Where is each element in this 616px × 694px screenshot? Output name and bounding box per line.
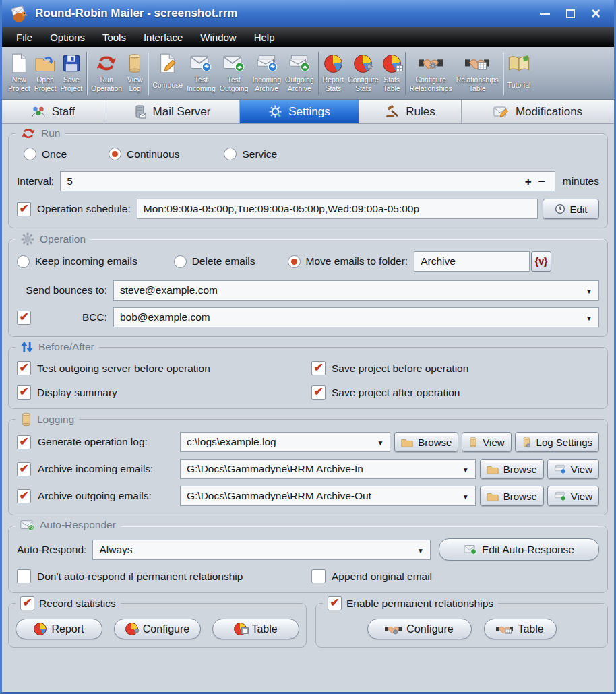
archive-out-path-combobox[interactable]: G:\Docs\Gammadyne\RRM Archive-Out	[180, 486, 476, 506]
display-summary-checkbox-item[interactable]: Display summary	[17, 385, 311, 400]
operation-schedule-checkbox[interactable]	[17, 202, 31, 216]
configure-stats-button[interactable]: Configure Stats	[346, 50, 381, 94]
radio-once[interactable]: Once	[24, 148, 67, 160]
menu-tools[interactable]: Tools	[95, 30, 133, 45]
variables-button[interactable]: {v}	[531, 251, 551, 272]
schedule-field[interactable]	[137, 199, 538, 219]
clock-icon	[555, 203, 565, 214]
schedule-input[interactable]	[144, 199, 531, 218]
tab-rules[interactable]: Rules	[359, 100, 462, 123]
configure-relationships-button[interactable]: Configure Relationships	[408, 50, 454, 94]
archive-incoming-checkbox[interactable]	[17, 462, 31, 476]
interval-input[interactable]	[67, 172, 522, 191]
move-folder-input[interactable]	[421, 252, 523, 271]
stats-table-button-bottom[interactable]: Table	[212, 619, 299, 639]
archive-in-browse-button[interactable]: Browse	[480, 459, 544, 479]
view-log-button[interactable]: View Log	[124, 50, 146, 94]
radio-continuous[interactable]: Continuous	[109, 148, 179, 160]
test-incoming-button[interactable]: Test Incoming	[185, 50, 218, 94]
incoming-archive-button[interactable]: Incoming Archive	[250, 50, 283, 94]
tab-modifications[interactable]: Modifications	[462, 100, 614, 123]
tab-mail-server[interactable]: Mail Server	[104, 100, 240, 123]
menu-file[interactable]: File	[9, 30, 40, 45]
checkbox[interactable]	[311, 569, 326, 583]
enable-relationships-checkbox[interactable]	[328, 596, 342, 610]
radio-keep-incoming[interactable]: Keep incoming emails	[17, 255, 137, 268]
dropdown-arrow-icon[interactable]	[580, 311, 592, 323]
checkbox[interactable]	[311, 361, 326, 375]
radio-circle[interactable]	[174, 255, 187, 268]
generate-log-checkbox[interactable]	[17, 435, 31, 449]
archive-outgoing-label: Archive outgoing emails:	[38, 490, 152, 502]
dropdown-arrow-icon[interactable]	[457, 490, 469, 502]
close-button[interactable]: ×	[591, 8, 600, 19]
record-statistics-checkbox[interactable]	[20, 596, 34, 610]
radio-move-emails[interactable]: Move emails to folder:	[288, 255, 408, 268]
menu-interface[interactable]: Interface	[136, 30, 190, 45]
radio-circle[interactable]	[24, 148, 36, 160]
schedule-edit-button[interactable]: Edit	[543, 199, 599, 219]
save-before-checkbox-item[interactable]: Save project before operation	[311, 361, 599, 375]
radio-service[interactable]: Service	[224, 148, 277, 160]
log-settings-button[interactable]: Log Settings	[515, 432, 599, 452]
stats-table-button[interactable]: Stats Table	[381, 50, 403, 94]
bcc-combobox[interactable]: bob@example.com	[113, 307, 599, 327]
compose-button[interactable]: Compose	[150, 50, 185, 91]
stats-configure-button[interactable]: Configure	[114, 619, 201, 639]
relationships-table-button-bottom[interactable]: Table	[484, 619, 557, 639]
move-folder-field[interactable]	[414, 251, 530, 272]
auto-respond-envelope-icon	[20, 519, 35, 531]
log-path-combobox[interactable]: c:\logs\example.log	[180, 432, 390, 452]
stats-report-button[interactable]: Report	[16, 619, 102, 639]
bcc-checkbox[interactable]	[17, 311, 31, 325]
test-outgoing-button[interactable]: Test Outgoing	[218, 50, 251, 94]
menu-options[interactable]: Options	[42, 30, 92, 45]
radio-delete-emails[interactable]: Delete emails	[174, 255, 255, 268]
test-outgoing-before-checkbox-item[interactable]: Test outgoing server before operation	[17, 361, 311, 375]
dropdown-arrow-icon[interactable]	[580, 284, 592, 296]
interval-decrement-button[interactable]: −	[535, 176, 549, 187]
log-view-button[interactable]: View	[462, 432, 511, 452]
relationships-table-button[interactable]: Relationships Table	[454, 50, 501, 94]
radio-circle[interactable]	[224, 148, 237, 160]
archive-out-view-button[interactable]: View	[547, 486, 599, 506]
save-project-button[interactable]: Save Project	[58, 50, 84, 94]
checkbox[interactable]	[17, 385, 31, 400]
outgoing-archive-button[interactable]: Outgoing Archive	[283, 50, 316, 94]
send-bounces-combobox[interactable]: steve@example.com	[113, 280, 599, 301]
interval-increment-button[interactable]: +	[522, 176, 535, 187]
log-browse-button[interactable]: Browse	[394, 432, 458, 452]
tab-staff[interactable]: Staff	[2, 100, 104, 123]
edit-auto-response-button[interactable]: Edit Auto-Response	[439, 538, 599, 561]
interval-field[interactable]: + −	[60, 171, 555, 191]
radio-circle[interactable]	[17, 255, 30, 268]
checkbox[interactable]	[17, 361, 31, 375]
radio-circle[interactable]	[288, 255, 301, 268]
relationships-configure-button[interactable]: Configure	[367, 619, 472, 639]
new-project-button[interactable]: New Project	[6, 50, 32, 94]
radio-circle[interactable]	[109, 148, 121, 160]
save-after-checkbox-item[interactable]: Save project after operation	[311, 385, 599, 400]
archive-in-view-button[interactable]: View	[547, 459, 599, 479]
report-stats-button[interactable]: Report Stats	[321, 50, 346, 94]
tutorial-button[interactable]: Tutorial	[505, 50, 533, 91]
checkbox[interactable]	[17, 569, 31, 583]
folder-icon	[401, 437, 413, 447]
archive-outgoing-checkbox[interactable]	[17, 489, 31, 503]
dropdown-arrow-icon[interactable]	[371, 436, 383, 448]
menu-help[interactable]: Help	[247, 30, 282, 45]
dropdown-arrow-icon[interactable]	[412, 544, 424, 556]
dont-auto-respond-checkbox-item[interactable]: Don't auto-respond if permanent relation…	[17, 569, 311, 583]
archive-out-browse-button[interactable]: Browse	[480, 486, 544, 506]
checkbox[interactable]	[311, 385, 326, 400]
maximize-button[interactable]	[566, 9, 575, 18]
archive-in-path-combobox[interactable]: G:\Docs\Gammadyne\RRM Archive-In	[180, 459, 476, 479]
minimize-button[interactable]	[540, 13, 550, 15]
auto-respond-combobox[interactable]: Always	[92, 540, 431, 560]
dropdown-arrow-icon[interactable]	[457, 463, 469, 475]
run-operation-button[interactable]: Run Operation	[89, 50, 124, 94]
menu-window[interactable]: Window	[193, 30, 243, 45]
open-project-button[interactable]: Open Project	[32, 50, 59, 94]
append-original-checkbox-item[interactable]: Append original email	[311, 569, 599, 583]
tab-settings[interactable]: Settings	[240, 100, 359, 123]
